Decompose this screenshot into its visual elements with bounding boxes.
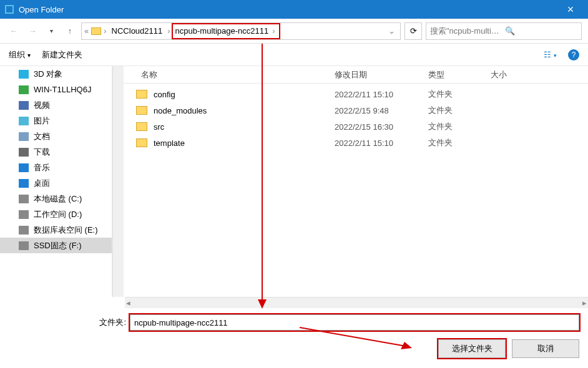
chevron-right-icon: › — [166, 26, 171, 36]
sidebar-item[interactable]: 视频 — [0, 97, 112, 113]
file-date: 2022/2/11 15:10 — [335, 90, 428, 99]
sidebar-item[interactable]: 桌面 — [0, 175, 112, 191]
search-placeholder: 搜索"ncpub-multipage-ncc... — [430, 26, 502, 37]
item-icon — [19, 179, 29, 188]
col-size[interactable]: 大小 — [486, 69, 536, 80]
horizontal-scrollbar[interactable]: ◂▸ — [125, 297, 588, 308]
window-title: Open Folder — [19, 5, 558, 14]
breadcrumb-current[interactable]: ncpub-multipage-ncc2111› — [172, 23, 280, 39]
column-headers[interactable]: 名称 修改日期 类型 大小 — [124, 66, 588, 84]
nav-bar: ← → ▾ ↑ « › NCCloud2111 › ncpub-multipag… — [0, 19, 588, 44]
folder-icon — [136, 90, 147, 99]
file-type: 文件夹 — [428, 137, 491, 148]
sidebar-item-label: SSD固态 (F:) — [34, 240, 82, 251]
cancel-button[interactable]: 取消 — [512, 339, 579, 358]
item-icon — [19, 226, 29, 235]
file-name: template — [154, 138, 335, 148]
close-button[interactable]: × — [558, 3, 583, 16]
help-button[interactable]: ? — [568, 49, 579, 61]
scroll-left-icon: ◂ — [126, 298, 130, 307]
file-name: node_modules — [154, 106, 335, 115]
chevron-down-icon: ▾ — [27, 52, 31, 59]
back-button[interactable]: ← — [6, 24, 21, 39]
recent-dropdown[interactable]: ▾ — [44, 24, 59, 39]
sidebar-item-label: 图片 — [34, 115, 50, 127]
file-row[interactable]: template2022/2/11 15:10文件夹 — [124, 135, 588, 151]
folder-icon — [91, 27, 101, 35]
bottom-panel: 文件夹: 选择文件夹 取消 — [0, 308, 588, 367]
refresh-button[interactable]: ⟳ — [404, 22, 422, 40]
sidebar-item-label: 3D 对象 — [34, 69, 62, 80]
sidebar-item[interactable]: 3D 对象 — [0, 66, 112, 82]
file-row[interactable]: config2022/2/11 15:10文件夹 — [124, 86, 588, 102]
file-type: 文件夹 — [428, 89, 491, 100]
sidebar-item[interactable]: 本地磁盘 (C:) — [0, 191, 112, 206]
file-date: 2022/2/15 9:48 — [335, 106, 428, 115]
folder-icon — [136, 106, 147, 115]
sidebar-item-label: WIN-T1LLHQ6J — [34, 85, 91, 94]
file-row[interactable]: node_modules2022/2/15 9:48文件夹 — [124, 102, 588, 119]
sidebar-item-label: 视频 — [34, 100, 50, 111]
sidebar-item-label: 桌面 — [34, 178, 50, 189]
view-options-button[interactable]: ☷ ▾ — [544, 50, 557, 59]
file-name: config — [154, 90, 335, 99]
sidebar-item-label: 工作空间 (D:) — [34, 209, 82, 220]
search-icon: 🔍 — [505, 26, 577, 36]
file-area: 名称 修改日期 类型 大小 config2022/2/11 15:10文件夹no… — [124, 66, 588, 297]
sidebar-item[interactable]: 工作空间 (D:) — [0, 206, 112, 222]
col-date[interactable]: 修改日期 — [330, 69, 423, 80]
item-icon — [19, 163, 29, 172]
sidebar-item[interactable]: 音乐 — [0, 160, 112, 175]
file-date: 2022/2/15 16:30 — [335, 122, 428, 132]
app-logo-icon — [5, 5, 14, 14]
up-button[interactable]: ↑ — [62, 24, 77, 39]
folder-name-label: 文件夹: — [96, 317, 126, 328]
file-date: 2022/2/11 15:10 — [335, 138, 428, 148]
file-row[interactable]: src2022/2/15 16:30文件夹 — [124, 119, 588, 135]
search-field[interactable]: 搜索"ncpub-multipage-ncc... 🔍 — [426, 22, 582, 40]
forward-button[interactable]: → — [25, 24, 40, 39]
item-icon — [19, 117, 29, 125]
dropdown-icon[interactable]: ⌄ — [385, 26, 399, 36]
sidebar-item[interactable]: SSD固态 (F:) — [0, 238, 112, 253]
folder-icon — [136, 122, 147, 131]
item-icon — [19, 132, 29, 141]
file-list: config2022/2/11 15:10文件夹node_modules2022… — [124, 84, 588, 297]
item-icon — [19, 241, 29, 250]
sidebar-item[interactable]: 数据库表空间 (E:) — [0, 222, 112, 238]
organize-menu[interactable]: 组织 ▾ — [9, 49, 31, 61]
breadcrumb-parent[interactable]: NCCloud2111 — [108, 23, 167, 39]
main-area: 3D 对象WIN-T1LLHQ6J视频图片文档下载音乐桌面本地磁盘 (C:)工作… — [0, 66, 588, 297]
sidebar-scrollbar[interactable] — [112, 66, 124, 297]
file-name: src — [154, 122, 335, 132]
sidebar-item[interactable]: WIN-T1LLHQ6J — [0, 82, 112, 97]
sidebar-item[interactable]: 图片 — [0, 113, 112, 128]
sidebar-item-label: 本地磁盘 (C:) — [34, 193, 82, 205]
item-icon — [19, 195, 29, 203]
sidebar: 3D 对象WIN-T1LLHQ6J视频图片文档下载音乐桌面本地磁盘 (C:)工作… — [0, 66, 112, 297]
folder-name-input[interactable] — [130, 314, 579, 331]
col-type[interactable]: 类型 — [423, 69, 486, 80]
sidebar-item-label: 数据库表空间 (E:) — [34, 225, 98, 236]
select-folder-button[interactable]: 选择文件夹 — [438, 339, 506, 358]
file-type: 文件夹 — [428, 105, 491, 116]
sidebar-item-label: 音乐 — [34, 162, 50, 173]
title-bar: Open Folder × — [0, 0, 588, 19]
new-folder-button[interactable]: 新建文件夹 — [42, 49, 82, 61]
sidebar-item-label: 下载 — [34, 147, 50, 158]
sidebar-item[interactable]: 文档 — [0, 128, 112, 144]
col-name[interactable]: 名称 — [136, 69, 330, 80]
sidebar-item[interactable]: 下载 — [0, 144, 112, 160]
chevron-right-icon: › — [102, 26, 107, 36]
sidebar-item-label: 文档 — [34, 131, 50, 142]
breadcrumb-bar[interactable]: « › NCCloud2111 › ncpub-multipage-ncc211… — [81, 22, 401, 40]
item-icon — [19, 148, 29, 157]
folder-icon — [136, 138, 147, 147]
item-icon — [19, 101, 29, 110]
item-icon — [19, 85, 29, 94]
file-type: 文件夹 — [428, 121, 491, 132]
chevron-left-icon: « — [83, 26, 90, 36]
item-icon — [19, 70, 29, 79]
toolbar: 组织 ▾ 新建文件夹 ☷ ▾ ? — [0, 44, 588, 66]
scroll-right-icon: ▸ — [582, 298, 587, 307]
